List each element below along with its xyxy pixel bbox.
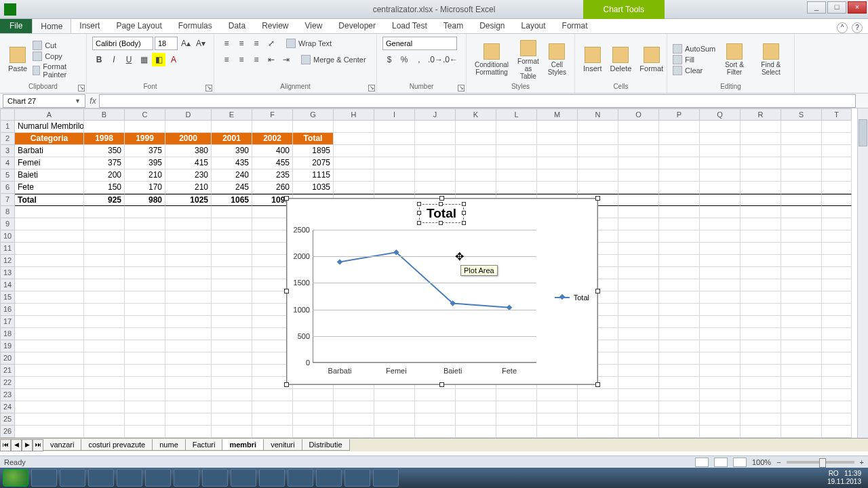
cell[interactable] — [618, 291, 659, 304]
find-select-button[interactable]: Find & Select — [753, 42, 789, 77]
cell[interactable] — [537, 121, 578, 133]
cell[interactable] — [537, 133, 578, 145]
minimize-button[interactable]: _ — [807, 1, 826, 14]
cell[interactable] — [822, 145, 852, 157]
row-header[interactable]: 9 — [0, 218, 15, 230]
cell[interactable] — [822, 316, 852, 328]
cell[interactable] — [781, 316, 822, 328]
cell[interactable] — [252, 413, 293, 426]
cell[interactable]: 1999 — [125, 133, 165, 145]
cell[interactable] — [700, 377, 741, 389]
cell[interactable] — [165, 218, 212, 230]
cell[interactable]: 1998 — [84, 133, 125, 145]
cell[interactable] — [659, 169, 700, 182]
tab-page-layout[interactable]: Page Layout — [108, 18, 170, 33]
cell[interactable] — [781, 243, 822, 255]
cell[interactable] — [578, 426, 618, 438]
cell[interactable] — [822, 340, 852, 352]
row-header[interactable]: 6 — [0, 182, 15, 194]
cell[interactable] — [165, 426, 212, 438]
cell[interactable] — [374, 413, 415, 426]
cell[interactable] — [822, 255, 852, 267]
cell[interactable] — [741, 426, 781, 438]
column-header[interactable]: T — [822, 108, 852, 121]
cell[interactable] — [84, 255, 125, 267]
cell[interactable] — [822, 230, 852, 243]
cell[interactable] — [84, 316, 125, 328]
cell[interactable] — [700, 255, 741, 267]
grow-font-button[interactable]: A▴ — [179, 37, 193, 50]
row-header[interactable]: 16 — [0, 304, 15, 316]
cell[interactable] — [659, 230, 700, 243]
cell[interactable] — [15, 279, 84, 291]
cell[interactable] — [741, 389, 781, 401]
align-middle-button[interactable]: ≡ — [235, 37, 248, 50]
cell[interactable] — [700, 157, 741, 169]
cell[interactable]: 380 — [165, 145, 212, 157]
cell[interactable] — [212, 389, 252, 401]
cell[interactable]: Barbati — [15, 145, 84, 157]
cell[interactable] — [212, 340, 252, 352]
cell[interactable] — [578, 157, 618, 169]
cell[interactable] — [293, 401, 334, 413]
cell[interactable] — [84, 365, 125, 377]
autosum-button[interactable]: AutoSum — [673, 44, 715, 54]
cell[interactable] — [822, 169, 852, 182]
cell[interactable] — [125, 279, 165, 291]
cell[interactable] — [618, 121, 659, 133]
row-header[interactable]: 12 — [0, 255, 15, 267]
italic-button[interactable]: I — [107, 53, 121, 66]
conditional-formatting-button[interactable]: Conditional Formatting — [472, 42, 511, 77]
vertical-scrollbar[interactable] — [857, 108, 868, 443]
fx-icon[interactable]: fx — [87, 96, 99, 106]
cell[interactable] — [125, 401, 165, 413]
cell[interactable] — [252, 121, 293, 133]
cell[interactable] — [537, 169, 578, 182]
cell[interactable] — [822, 352, 852, 365]
column-header[interactable]: E — [212, 108, 252, 121]
cell[interactable] — [334, 133, 374, 145]
cell[interactable] — [618, 255, 659, 267]
cell[interactable] — [293, 426, 334, 438]
cell[interactable] — [659, 352, 700, 365]
row-header[interactable]: 5 — [0, 169, 15, 182]
cell[interactable] — [781, 206, 822, 218]
taskbar-app[interactable] — [373, 469, 399, 487]
cell[interactable] — [165, 230, 212, 243]
cell[interactable] — [618, 182, 659, 194]
cell[interactable] — [659, 316, 700, 328]
cell[interactable] — [456, 169, 496, 182]
cell[interactable] — [741, 255, 781, 267]
cell[interactable]: 980 — [125, 194, 165, 206]
cell[interactable] — [374, 401, 415, 413]
cell[interactable]: 415 — [165, 157, 212, 169]
cell[interactable] — [496, 413, 537, 426]
worksheet-grid[interactable]: ABCDEFGHIJKLMNOPQRST 1234567891011121314… — [0, 108, 868, 443]
cell[interactable] — [741, 218, 781, 230]
cell[interactable] — [781, 352, 822, 365]
column-header[interactable]: P — [659, 108, 700, 121]
cell[interactable] — [496, 133, 537, 145]
sheet-nav-first[interactable]: ⏮ — [0, 439, 11, 451]
column-header[interactable]: F — [252, 108, 293, 121]
cell[interactable] — [537, 426, 578, 438]
row-header[interactable]: 10 — [0, 230, 15, 243]
cell[interactable] — [537, 413, 578, 426]
cell[interactable] — [15, 413, 84, 426]
cell[interactable]: 400 — [252, 145, 293, 157]
increase-indent-button[interactable]: ⇥ — [279, 53, 293, 66]
cell[interactable] — [822, 267, 852, 279]
taskbar-app[interactable] — [88, 469, 114, 487]
cell[interactable] — [659, 328, 700, 340]
plot-area[interactable]: 05001000150020002500BarbatiFemeiBaietiFe… — [313, 230, 536, 363]
cell[interactable] — [618, 413, 659, 426]
decrease-indent-button[interactable]: ⇤ — [264, 53, 278, 66]
cell[interactable] — [822, 121, 852, 133]
cell[interactable] — [700, 121, 741, 133]
cell[interactable] — [781, 389, 822, 401]
cell[interactable] — [165, 279, 212, 291]
page-layout-view-button[interactable] — [714, 458, 728, 467]
cell[interactable] — [15, 377, 84, 389]
cell[interactable] — [618, 316, 659, 328]
cell[interactable] — [15, 304, 84, 316]
